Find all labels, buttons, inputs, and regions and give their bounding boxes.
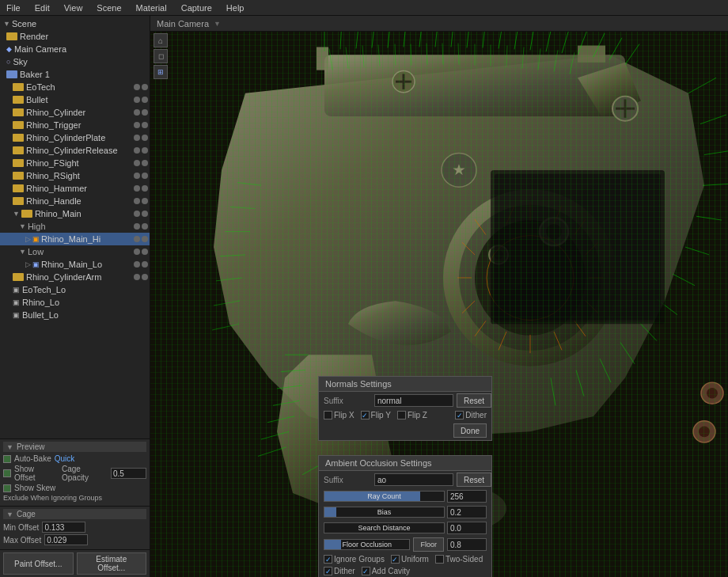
normals-suffix-input[interactable] (374, 394, 453, 407)
quick-link[interactable]: Quick (55, 454, 75, 463)
ao-dither-checkbox[interactable]: ✓ (324, 567, 332, 575)
min-offset-input[interactable] (42, 522, 85, 533)
flip-y-label: Flip Y (371, 411, 391, 419)
tree-item-rhino-hammer[interactable]: Rhino_Hammer (0, 182, 150, 195)
vis-icons (134, 97, 150, 103)
tree-item-camera[interactable]: ◆ Main Camera (0, 43, 150, 55)
tree-label: Rhino_CylinderArm (26, 272, 101, 282)
normals-reset-button[interactable]: Reset (457, 393, 491, 408)
vis-icons (134, 198, 150, 204)
normals-done-button[interactable]: Done (453, 423, 487, 438)
flip-z-item: Flip Z (397, 411, 427, 419)
vis-icons (134, 223, 150, 230)
two-sided-item: Two-Sided (435, 555, 483, 564)
estimate-offset-button[interactable]: Estimate Offset... (77, 552, 147, 575)
two-sided-checkbox[interactable] (435, 555, 444, 564)
raycount-slider[interactable]: Ray Count (324, 491, 445, 502)
folder-icon (13, 172, 24, 180)
exclude-label: Exclude When Ignoring Groups (3, 494, 102, 502)
menu-view[interactable]: View (61, 3, 86, 13)
tree-item-scene[interactable]: ▼ Scene (0, 17, 150, 30)
menu-scene[interactable]: Scene (93, 3, 124, 13)
normals-dither-checkbox[interactable]: ✓ (455, 411, 464, 419)
tree-item-rhino-main-lo[interactable]: ▷ ▣ Rhino_Main_Lo (0, 258, 150, 271)
tree-label: EoTech_Lo (22, 285, 66, 294)
menu-capture[interactable]: Capture (178, 3, 215, 13)
tree-item-bullet[interactable]: Bullet (0, 93, 150, 106)
searchdist-label: Search Distance (324, 524, 444, 532)
viewport-title: Main Camera (157, 19, 209, 28)
show-skew-checkbox[interactable] (3, 484, 11, 492)
tree-item-rhino-lo[interactable]: ▣ Rhino_Lo (0, 296, 150, 309)
paint-offset-button[interactable]: Paint Offset... (3, 552, 74, 575)
ao-suffix-input[interactable] (374, 473, 453, 486)
tree-item-eotech-lo[interactable]: ▣ EoTech_Lo (0, 283, 150, 296)
show-offset-checkbox[interactable] (3, 469, 11, 477)
tree-item-rhino-cylinderplate[interactable]: Rhino_CylinderPlate (0, 131, 150, 144)
tree-item-render[interactable]: Render (0, 30, 150, 43)
folder-icon (13, 108, 24, 116)
vis-icons (134, 109, 150, 116)
dropdown-icon[interactable]: ▼ (214, 20, 221, 28)
tree-item-eotech[interactable]: EoTech (0, 81, 150, 93)
flip-x-checkbox[interactable] (324, 411, 332, 419)
autobake-row: Auto-Bake Quick (3, 454, 146, 463)
raycount-input[interactable] (447, 490, 487, 503)
menu-file[interactable]: File (3, 3, 24, 13)
toolbar-icon-2[interactable]: ◻ (154, 49, 168, 63)
add-cavity-checkbox[interactable]: ✓ (362, 567, 370, 575)
vis-dot2 (142, 274, 148, 280)
tree-label: Rhino_FSight (26, 158, 79, 168)
floor-button[interactable]: Floor (413, 537, 444, 552)
tree-item-rhino-rsight[interactable]: Rhino_RSight (0, 169, 150, 182)
ignore-groups-checkbox[interactable]: ✓ (324, 555, 332, 564)
menu-help[interactable]: Help (223, 3, 248, 13)
flip-y-checkbox[interactable]: ✓ (361, 411, 370, 419)
tree-item-rhino-cylinder[interactable]: Rhino_Cylinder (0, 106, 150, 119)
ao-reset-button[interactable]: Reset (457, 473, 491, 487)
floor-value-input[interactable] (447, 538, 487, 551)
tree-label: Rhino_CylinderPlate (26, 133, 105, 142)
toolbar-icon-3[interactable]: ⊞ (154, 65, 168, 79)
tree-item-rhino-trigger[interactable]: Rhino_Trigger (0, 119, 150, 131)
vis-icons (134, 274, 150, 280)
tree-item-baker[interactable]: Baker 1 (0, 68, 150, 81)
bias-slider[interactable]: Bias (324, 507, 445, 518)
toolbar-icon-1[interactable]: ⌂ (154, 33, 168, 47)
vis-icons (134, 147, 150, 154)
searchdist-slider[interactable]: Search Distance (324, 522, 445, 533)
tree-item-rhino-cylinderrelease[interactable]: Rhino_CylinderRelease (0, 144, 150, 157)
floor-occlusion-slider[interactable]: Floor Occlusion (324, 539, 410, 550)
menu-edit[interactable]: Edit (32, 3, 53, 13)
autobake-label: Auto-Bake (14, 454, 51, 463)
show-offset-row: Show Offset Cage Opacity (3, 465, 146, 482)
bottom-buttons: Paint Offset... Estimate Offset... (0, 549, 150, 577)
vis-dot (134, 84, 140, 90)
tree-item-rhino-handle[interactable]: Rhino_Handle (0, 195, 150, 207)
tree-item-sky[interactable]: ○ Sky (0, 55, 150, 68)
tree-item-rhino-cylinderarm[interactable]: Rhino_CylinderArm (0, 271, 150, 283)
cage-panel: ▼ Cage Min Offset Max Offset (0, 506, 150, 549)
cage-opacity-input[interactable] (111, 468, 146, 479)
vis-dot (134, 249, 140, 255)
searchdist-input[interactable] (447, 522, 487, 534)
folder-icon (13, 159, 24, 167)
autobake-checkbox[interactable] (3, 455, 11, 463)
cage-panel-header: ▼ Cage (3, 509, 146, 519)
max-offset-label: Max Offset (3, 536, 41, 545)
uniform-checkbox[interactable]: ✓ (391, 555, 400, 564)
folder-icon (21, 210, 32, 218)
vis-dot2 (142, 84, 148, 90)
ao-bias-row: Bias (319, 504, 491, 520)
tree-item-low[interactable]: ▼ Low (0, 245, 150, 258)
tree-item-rhino-main-hi[interactable]: ▷ ▣ Rhino_Main_Hi (0, 233, 150, 245)
tree-item-rhino-main[interactable]: ▼ Rhino_Main (0, 207, 150, 220)
tree-item-rhino-fsight[interactable]: Rhino_FSight (0, 157, 150, 169)
flip-z-checkbox[interactable] (397, 411, 406, 419)
tree-item-bullet-lo[interactable]: ▣ Bullet_Lo (0, 309, 150, 321)
bias-input[interactable] (447, 506, 487, 518)
max-offset-input[interactable] (44, 534, 88, 545)
tree-item-high[interactable]: ▼ High (0, 220, 150, 233)
menu-material[interactable]: Material (133, 3, 170, 13)
ao-suffix-row: Suffix Reset (319, 471, 491, 488)
